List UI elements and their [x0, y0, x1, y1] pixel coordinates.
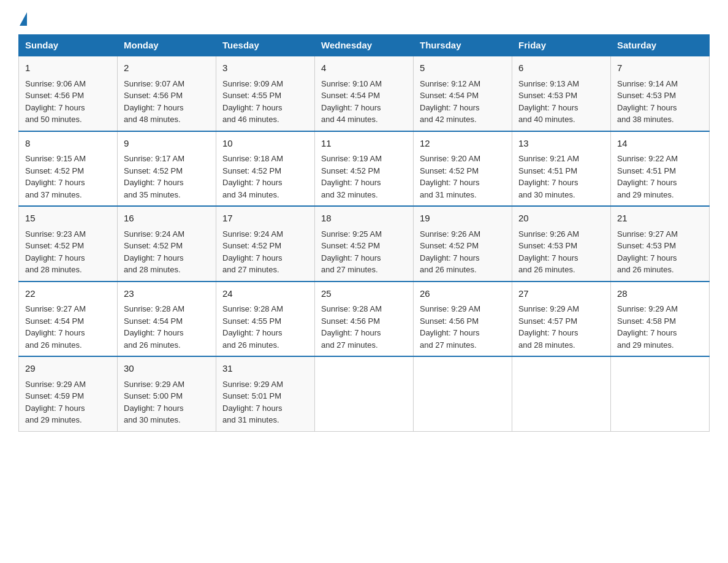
day-detail: Daylight: 7 hours: [420, 103, 480, 112]
day-detail: Sunset: 4:58 PM: [617, 316, 676, 326]
calendar-cell: 24Sunrise: 9:28 AMSunset: 4:55 PMDayligh…: [216, 282, 315, 357]
day-detail: Sunset: 4:52 PM: [420, 166, 479, 175]
day-detail: Sunrise: 9:18 AM: [222, 154, 283, 163]
calendar-header-tuesday: Tuesday: [216, 35, 315, 56]
day-detail: and 48 minutes.: [124, 115, 181, 124]
calendar-cell: [611, 356, 710, 431]
day-number: 27: [518, 287, 604, 301]
day-info: Sunrise: 9:07 AMSunset: 4:56 PMDaylight:…: [124, 78, 210, 126]
day-detail: and 28 minutes.: [518, 340, 575, 350]
day-detail: Sunrise: 9:29 AM: [617, 304, 678, 313]
day-detail: Daylight: 7 hours: [222, 178, 282, 187]
day-detail: and 26 minutes.: [222, 340, 279, 350]
day-number: 21: [617, 212, 703, 226]
calendar-week-row: 15Sunrise: 9:23 AMSunset: 4:52 PMDayligh…: [19, 206, 710, 282]
day-info: Sunrise: 9:15 AMSunset: 4:52 PMDaylight:…: [25, 153, 111, 201]
day-detail: and 26 minutes.: [420, 265, 477, 274]
day-detail: Daylight: 7 hours: [25, 178, 85, 187]
day-info: Sunrise: 9:26 AMSunset: 4:52 PMDaylight:…: [420, 228, 506, 276]
day-detail: Daylight: 7 hours: [321, 178, 381, 187]
day-info: Sunrise: 9:09 AMSunset: 4:55 PMDaylight:…: [222, 78, 308, 126]
calendar-table: SundayMondayTuesdayWednesdayThursdayFrid…: [18, 34, 710, 432]
day-detail: and 26 minutes.: [518, 265, 575, 274]
day-detail: Sunrise: 9:29 AM: [25, 380, 86, 389]
day-number: 31: [222, 362, 308, 376]
calendar-cell: 23Sunrise: 9:28 AMSunset: 4:54 PMDayligh…: [118, 282, 216, 357]
day-number: 23: [124, 287, 210, 301]
page-header: [18, 12, 710, 23]
day-detail: Daylight: 7 hours: [124, 103, 184, 112]
calendar-cell: [315, 356, 414, 431]
day-detail: Sunset: 4:56 PM: [124, 91, 183, 100]
day-detail: Sunrise: 9:06 AM: [25, 79, 86, 88]
day-detail: Sunset: 4:53 PM: [518, 91, 577, 100]
day-info: Sunrise: 9:28 AMSunset: 4:56 PMDaylight:…: [321, 303, 407, 351]
day-detail: Daylight: 7 hours: [25, 103, 85, 112]
calendar-cell: [414, 356, 512, 431]
day-detail: Sunset: 4:54 PM: [420, 91, 479, 100]
day-info: Sunrise: 9:24 AMSunset: 4:52 PMDaylight:…: [222, 228, 308, 276]
day-number: 17: [222, 212, 308, 226]
day-detail: and 37 minutes.: [25, 190, 82, 199]
calendar-cell: 12Sunrise: 9:20 AMSunset: 4:52 PMDayligh…: [414, 131, 512, 207]
calendar-header-sunday: Sunday: [19, 35, 118, 56]
calendar-cell: 26Sunrise: 9:29 AMSunset: 4:56 PMDayligh…: [414, 282, 512, 357]
day-number: 6: [518, 61, 604, 75]
day-info: Sunrise: 9:14 AMSunset: 4:53 PMDaylight:…: [617, 78, 703, 126]
day-number: 30: [124, 362, 210, 376]
day-detail: and 30 minutes.: [518, 190, 575, 199]
day-detail: Daylight: 7 hours: [518, 103, 578, 112]
day-detail: and 27 minutes.: [420, 340, 477, 350]
day-detail: Daylight: 7 hours: [25, 253, 85, 262]
day-detail: Sunrise: 9:24 AM: [222, 229, 283, 239]
day-detail: Sunrise: 9:21 AM: [518, 154, 579, 163]
day-number: 8: [25, 137, 111, 151]
day-number: 14: [617, 137, 703, 151]
day-number: 15: [25, 212, 111, 226]
day-detail: Sunset: 4:57 PM: [518, 316, 577, 326]
day-detail: Sunrise: 9:23 AM: [25, 229, 86, 239]
day-detail: Sunset: 4:51 PM: [617, 166, 676, 175]
day-detail: Sunrise: 9:28 AM: [124, 304, 184, 313]
day-detail: Daylight: 7 hours: [420, 253, 480, 262]
calendar-cell: [512, 356, 611, 431]
day-info: Sunrise: 9:10 AMSunset: 4:54 PMDaylight:…: [321, 78, 407, 126]
calendar-header-thursday: Thursday: [414, 35, 512, 56]
day-number: 25: [321, 287, 407, 301]
day-detail: and 46 minutes.: [222, 115, 279, 124]
day-number: 18: [321, 212, 407, 226]
day-detail: Sunset: 4:52 PM: [124, 166, 183, 175]
calendar-header-friday: Friday: [512, 35, 611, 56]
day-detail: Sunset: 4:52 PM: [321, 166, 380, 175]
day-info: Sunrise: 9:29 AMSunset: 4:57 PMDaylight:…: [518, 303, 604, 351]
day-info: Sunrise: 9:17 AMSunset: 4:52 PMDaylight:…: [124, 153, 210, 201]
day-detail: Sunrise: 9:26 AM: [518, 229, 579, 239]
day-detail: Daylight: 7 hours: [222, 253, 282, 262]
day-detail: Sunrise: 9:26 AM: [420, 229, 480, 239]
day-detail: Daylight: 7 hours: [222, 103, 282, 112]
day-number: 5: [420, 61, 506, 75]
day-info: Sunrise: 9:18 AMSunset: 4:52 PMDaylight:…: [222, 153, 308, 201]
day-number: 22: [25, 287, 111, 301]
day-info: Sunrise: 9:22 AMSunset: 4:51 PMDaylight:…: [617, 153, 703, 201]
day-detail: Daylight: 7 hours: [222, 404, 282, 413]
day-info: Sunrise: 9:29 AMSunset: 5:00 PMDaylight:…: [124, 378, 210, 426]
day-detail: and 32 minutes.: [321, 190, 378, 199]
day-info: Sunrise: 9:12 AMSunset: 4:54 PMDaylight:…: [420, 78, 506, 126]
day-number: 20: [518, 212, 604, 226]
calendar-cell: 22Sunrise: 9:27 AMSunset: 4:54 PMDayligh…: [19, 282, 118, 357]
day-number: 16: [124, 212, 210, 226]
day-detail: and 38 minutes.: [617, 115, 674, 124]
calendar-cell: 7Sunrise: 9:14 AMSunset: 4:53 PMDaylight…: [611, 56, 710, 131]
day-detail: and 31 minutes.: [222, 415, 279, 424]
day-detail: Sunset: 4:55 PM: [222, 91, 281, 100]
day-detail: Daylight: 7 hours: [222, 328, 282, 337]
day-detail: Daylight: 7 hours: [124, 253, 184, 262]
calendar-cell: 1Sunrise: 9:06 AMSunset: 4:56 PMDaylight…: [19, 56, 118, 131]
day-detail: Sunrise: 9:09 AM: [222, 79, 283, 88]
day-info: Sunrise: 9:27 AMSunset: 4:54 PMDaylight:…: [25, 303, 111, 351]
calendar-cell: 2Sunrise: 9:07 AMSunset: 4:56 PMDaylight…: [118, 56, 216, 131]
calendar-cell: 21Sunrise: 9:27 AMSunset: 4:53 PMDayligh…: [611, 206, 710, 282]
day-detail: and 28 minutes.: [124, 265, 181, 274]
day-detail: Daylight: 7 hours: [420, 328, 480, 337]
